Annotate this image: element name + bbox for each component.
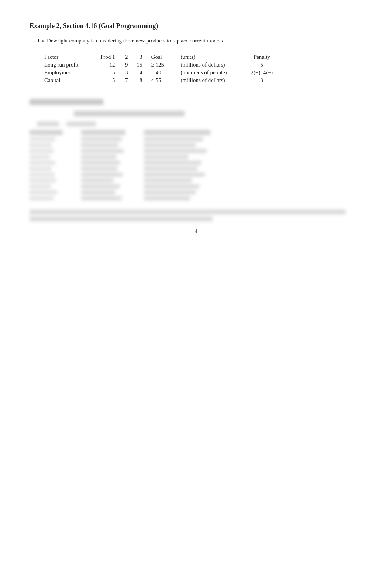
header-penalty: Penalty xyxy=(247,53,277,61)
row-goal-1: = 40 xyxy=(147,69,176,76)
row-factor-0: Long run profit xyxy=(44,61,96,69)
header-prod2: 2 xyxy=(120,53,133,61)
row-factor-2: Capital xyxy=(44,76,96,84)
data-table: Factor Prod 1 2 3 Goal (units) Penalty L… xyxy=(44,53,362,84)
row-p3-0: 15 xyxy=(133,61,147,69)
row-factor-1: Employment xyxy=(44,69,96,76)
header-factor: Factor xyxy=(44,53,96,61)
row-penalty-2: 3 xyxy=(247,76,277,84)
table-row: Long run profit 12 9 15 ≥ 125 (millions … xyxy=(44,61,277,69)
row-p2-0: 9 xyxy=(120,61,133,69)
blurred-content xyxy=(30,99,362,221)
row-p2-1: 3 xyxy=(120,69,133,76)
row-p3-2: 8 xyxy=(133,76,147,84)
table-row: Capital 5 7 8 ≤ 55 (millions of dollars)… xyxy=(44,76,277,84)
page-title: Example 2, Section 4.16 (Goal Programmin… xyxy=(30,22,362,30)
row-goal-0: ≥ 125 xyxy=(147,61,176,69)
row-p2-2: 7 xyxy=(120,76,133,84)
row-p1-2: 5 xyxy=(96,76,120,84)
row-penalty-0: 5 xyxy=(247,61,277,69)
row-units-0: (millions of dollars) xyxy=(176,61,247,69)
table-row: Employment 5 3 4 = 40 (hundreds of peopl… xyxy=(44,69,277,76)
header-prod3: 3 xyxy=(133,53,147,61)
row-units-1: (hundreds of people) xyxy=(176,69,247,76)
header-units: (units) xyxy=(176,53,247,61)
row-p1-1: 5 xyxy=(96,69,120,76)
row-goal-2: ≤ 55 xyxy=(147,76,176,84)
row-p3-1: 4 xyxy=(133,69,147,76)
row-p1-0: 12 xyxy=(96,61,120,69)
intro-text: The Dewright company is considering thre… xyxy=(37,37,362,45)
row-penalty-1: 2(+), 4(−) xyxy=(247,69,277,76)
row-units-2: (millions of dollars) xyxy=(176,76,247,84)
header-goal: Goal xyxy=(147,53,176,61)
page-number: 4 xyxy=(30,229,362,235)
header-prod1: Prod 1 xyxy=(96,53,120,61)
